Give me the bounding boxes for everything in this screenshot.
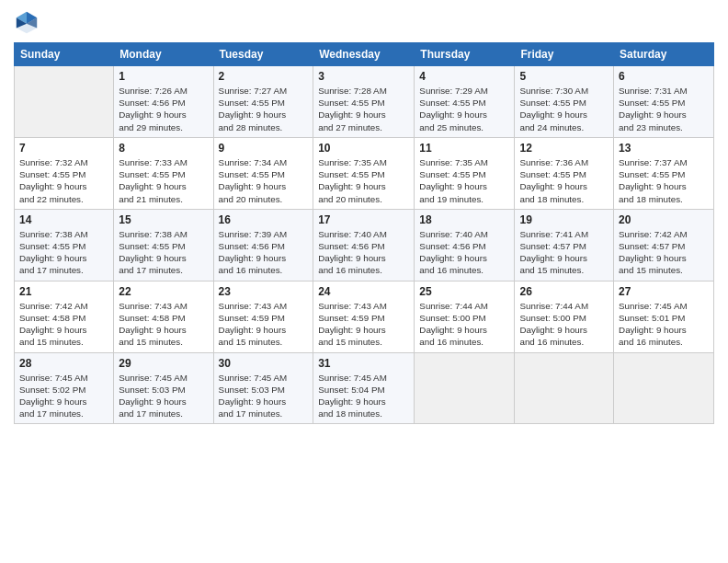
day-number: 23 (219, 285, 309, 298)
day-number: 22 (119, 285, 208, 298)
calendar-cell: 25Sunrise: 7:44 AMSunset: 5:00 PMDayligh… (415, 281, 515, 352)
calendar-cell (15, 66, 114, 138)
day-info: Sunrise: 7:34 AMSunset: 4:55 PMDaylight:… (219, 156, 309, 205)
day-info: Sunrise: 7:27 AMSunset: 4:55 PMDaylight:… (219, 85, 309, 133)
calendar-cell: 18Sunrise: 7:40 AMSunset: 4:56 PMDayligh… (415, 209, 515, 281)
day-number: 1 (119, 70, 208, 83)
calendar-cell: 8Sunrise: 7:33 AMSunset: 4:55 PMDaylight… (114, 137, 213, 209)
day-number: 3 (318, 70, 409, 83)
day-number: 6 (619, 70, 709, 83)
calendar-cell: 2Sunrise: 7:27 AMSunset: 4:55 PMDaylight… (213, 66, 313, 138)
day-number: 7 (19, 142, 108, 155)
day-number: 10 (318, 142, 409, 155)
day-info: Sunrise: 7:38 AMSunset: 4:55 PMDaylight:… (119, 228, 208, 277)
day-number: 31 (318, 357, 409, 370)
calendar-cell: 12Sunrise: 7:36 AMSunset: 4:55 PMDayligh… (515, 137, 614, 209)
day-info: Sunrise: 7:26 AMSunset: 4:56 PMDaylight:… (119, 85, 208, 133)
calendar-cell: 1Sunrise: 7:26 AMSunset: 4:56 PMDaylight… (114, 66, 213, 138)
day-info: Sunrise: 7:43 AMSunset: 4:59 PMDaylight:… (219, 300, 309, 349)
day-number: 8 (119, 142, 208, 155)
day-number: 15 (119, 213, 208, 226)
day-number: 16 (219, 213, 309, 226)
calendar-cell: 15Sunrise: 7:38 AMSunset: 4:55 PMDayligh… (114, 209, 213, 281)
day-number: 28 (19, 357, 108, 370)
calendar-cell: 24Sunrise: 7:43 AMSunset: 4:59 PMDayligh… (313, 281, 415, 352)
day-info: Sunrise: 7:45 AMSunset: 5:04 PMDaylight:… (318, 372, 409, 420)
day-info: Sunrise: 7:33 AMSunset: 4:55 PMDaylight:… (119, 156, 208, 205)
day-info: Sunrise: 7:44 AMSunset: 5:00 PMDaylight:… (519, 300, 609, 349)
day-info: Sunrise: 7:45 AMSunset: 5:03 PMDaylight:… (119, 372, 208, 420)
day-number: 29 (119, 357, 208, 370)
day-number: 27 (619, 285, 709, 298)
day-number: 17 (318, 213, 409, 226)
calendar-cell: 21Sunrise: 7:42 AMSunset: 4:58 PMDayligh… (15, 281, 114, 352)
calendar-cell: 3Sunrise: 7:28 AMSunset: 4:55 PMDaylight… (313, 66, 415, 138)
calendar-cell (614, 352, 714, 424)
day-number: 30 (219, 357, 309, 370)
day-info: Sunrise: 7:28 AMSunset: 4:55 PMDaylight:… (318, 85, 409, 133)
day-info: Sunrise: 7:36 AMSunset: 4:55 PMDaylight:… (519, 156, 609, 205)
calendar-week-3: 14Sunrise: 7:38 AMSunset: 4:55 PMDayligh… (15, 209, 714, 281)
calendar-cell: 6Sunrise: 7:31 AMSunset: 4:55 PMDaylight… (614, 66, 714, 138)
calendar-cell: 26Sunrise: 7:44 AMSunset: 5:00 PMDayligh… (515, 281, 614, 352)
calendar-cell: 30Sunrise: 7:45 AMSunset: 5:03 PMDayligh… (213, 352, 313, 424)
logo-icon (14, 9, 40, 35)
day-info: Sunrise: 7:35 AMSunset: 4:55 PMDaylight:… (318, 156, 409, 205)
day-number: 14 (19, 213, 108, 226)
day-info: Sunrise: 7:42 AMSunset: 4:58 PMDaylight:… (19, 300, 108, 349)
logo (14, 9, 43, 35)
calendar-cell: 19Sunrise: 7:41 AMSunset: 4:57 PMDayligh… (515, 209, 614, 281)
calendar-cell (415, 352, 515, 424)
day-number: 21 (19, 285, 108, 298)
day-number: 13 (619, 142, 709, 155)
calendar-cell: 7Sunrise: 7:32 AMSunset: 4:55 PMDaylight… (15, 137, 114, 209)
day-info: Sunrise: 7:30 AMSunset: 4:55 PMDaylight:… (519, 85, 609, 133)
calendar-cell: 23Sunrise: 7:43 AMSunset: 4:59 PMDayligh… (213, 281, 313, 352)
calendar-cell: 11Sunrise: 7:35 AMSunset: 4:55 PMDayligh… (415, 137, 515, 209)
day-number: 2 (219, 70, 309, 83)
calendar-week-1: 1Sunrise: 7:26 AMSunset: 4:56 PMDaylight… (15, 66, 714, 138)
day-number: 11 (419, 142, 509, 155)
calendar-cell (515, 352, 614, 424)
weekday-header-sunday: Sunday (15, 43, 114, 66)
day-info: Sunrise: 7:40 AMSunset: 4:56 PMDaylight:… (318, 228, 409, 277)
calendar-cell: 27Sunrise: 7:45 AMSunset: 5:01 PMDayligh… (614, 281, 714, 352)
calendar-cell: 16Sunrise: 7:39 AMSunset: 4:56 PMDayligh… (213, 209, 313, 281)
calendar-cell: 4Sunrise: 7:29 AMSunset: 4:55 PMDaylight… (415, 66, 515, 138)
day-number: 9 (219, 142, 309, 155)
calendar-cell: 9Sunrise: 7:34 AMSunset: 4:55 PMDaylight… (213, 137, 313, 209)
calendar-week-5: 28Sunrise: 7:45 AMSunset: 5:02 PMDayligh… (15, 352, 714, 424)
day-info: Sunrise: 7:45 AMSunset: 5:03 PMDaylight:… (219, 372, 309, 420)
day-info: Sunrise: 7:39 AMSunset: 4:56 PMDaylight:… (219, 228, 309, 277)
calendar-cell: 22Sunrise: 7:43 AMSunset: 4:58 PMDayligh… (114, 281, 213, 352)
day-number: 19 (519, 213, 609, 226)
day-number: 20 (619, 213, 709, 226)
day-number: 12 (519, 142, 609, 155)
calendar-cell: 13Sunrise: 7:37 AMSunset: 4:55 PMDayligh… (614, 137, 714, 209)
day-info: Sunrise: 7:31 AMSunset: 4:55 PMDaylight:… (619, 85, 709, 133)
day-info: Sunrise: 7:35 AMSunset: 4:55 PMDaylight:… (419, 156, 509, 205)
calendar-cell: 28Sunrise: 7:45 AMSunset: 5:02 PMDayligh… (15, 352, 114, 424)
weekday-header-thursday: Thursday (415, 43, 515, 66)
day-number: 26 (519, 285, 609, 298)
calendar-cell: 5Sunrise: 7:30 AMSunset: 4:55 PMDaylight… (515, 66, 614, 138)
calendar-cell: 20Sunrise: 7:42 AMSunset: 4:57 PMDayligh… (614, 209, 714, 281)
day-info: Sunrise: 7:43 AMSunset: 4:59 PMDaylight:… (318, 300, 409, 349)
weekday-header-wednesday: Wednesday (313, 43, 415, 66)
day-info: Sunrise: 7:32 AMSunset: 4:55 PMDaylight:… (19, 156, 108, 205)
day-number: 25 (419, 285, 509, 298)
day-info: Sunrise: 7:40 AMSunset: 4:56 PMDaylight:… (419, 228, 509, 277)
calendar-week-2: 7Sunrise: 7:32 AMSunset: 4:55 PMDaylight… (15, 137, 714, 209)
day-info: Sunrise: 7:29 AMSunset: 4:55 PMDaylight:… (419, 85, 509, 133)
weekday-header-row: SundayMondayTuesdayWednesdayThursdayFrid… (15, 43, 714, 66)
weekday-header-saturday: Saturday (614, 43, 714, 66)
day-info: Sunrise: 7:37 AMSunset: 4:55 PMDaylight:… (619, 156, 709, 205)
day-info: Sunrise: 7:45 AMSunset: 5:02 PMDaylight:… (19, 372, 108, 420)
day-number: 18 (419, 213, 509, 226)
calendar-cell: 17Sunrise: 7:40 AMSunset: 4:56 PMDayligh… (313, 209, 415, 281)
page-header (14, 9, 714, 35)
calendar-cell: 14Sunrise: 7:38 AMSunset: 4:55 PMDayligh… (15, 209, 114, 281)
calendar-cell: 10Sunrise: 7:35 AMSunset: 4:55 PMDayligh… (313, 137, 415, 209)
calendar-table: SundayMondayTuesdayWednesdayThursdayFrid… (14, 42, 714, 424)
weekday-header-monday: Monday (114, 43, 213, 66)
